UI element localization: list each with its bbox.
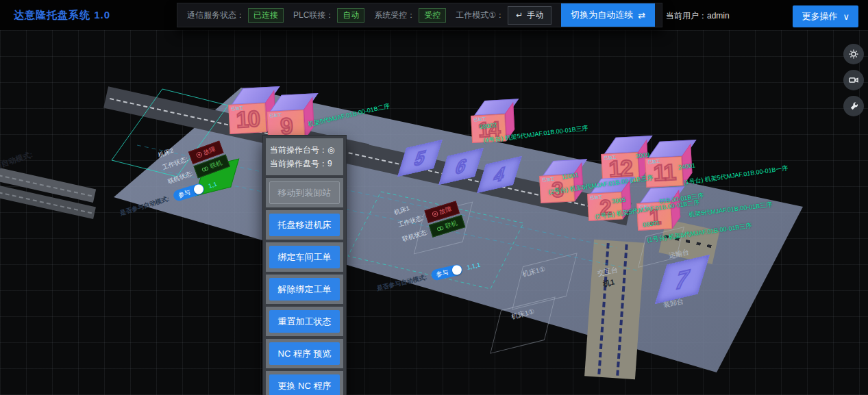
status-control: 系统受控： 受控 xyxy=(374,8,446,23)
gear-icon xyxy=(848,49,859,60)
tile-number: 4 xyxy=(491,162,508,187)
menu-button-2[interactable]: 绑定车间工单 xyxy=(269,246,340,268)
status-comm: 通信服务状态： 已连接 xyxy=(187,8,284,23)
camera-button[interactable] xyxy=(843,70,864,90)
status-plc-badge: 自动 xyxy=(337,8,364,23)
menu-button-list: 移动到装卸站托盘移进机床绑定车间工单解除绑定工单重置加工状态NC 程序 预览更换… xyxy=(266,178,343,395)
menu-button-card-5: NC 程序 预览 xyxy=(266,339,343,368)
scene-viewport[interactable]: 已加工10已加工9已加工14已加工3已加工12已加工11已加工2已加工15647… xyxy=(0,30,868,395)
menu-info-card: 当前操作台号：◎ 当前操作盘号：9 xyxy=(266,138,343,175)
menu-button-5[interactable]: NC 程序 预览 xyxy=(269,342,340,365)
pallet-label: 当前操作盘号： xyxy=(270,159,327,168)
work-mode: 工作模式①： ↵ 手动 xyxy=(456,6,551,25)
app-title: 达意隆托盘系统 1.0 xyxy=(14,9,110,22)
settings-button[interactable] xyxy=(843,44,864,64)
menu-button-0: 移动到装卸站 xyxy=(269,181,340,204)
menu-button-6[interactable]: 更换 NC 程序 xyxy=(269,374,340,395)
manual-mode-button[interactable]: ↵ 手动 xyxy=(508,6,551,25)
chevron-down-icon: ∨ xyxy=(843,12,850,22)
toggle-knob xyxy=(193,183,204,195)
pallet-status-text: 已加工 xyxy=(231,105,243,111)
wrench-icon xyxy=(849,101,859,112)
toggle-on-text: 参与 xyxy=(435,268,449,279)
swap-icon: ⇄ xyxy=(638,10,645,21)
pallet-status-text: 已加工 xyxy=(590,195,602,201)
toggle-suffix-value: 1,1,1 xyxy=(466,262,481,271)
enter-arrow-icon: ↵ xyxy=(516,10,523,20)
video-camera-icon xyxy=(848,75,859,86)
status-plc-label: PLC联接： xyxy=(293,10,334,21)
menu-button-card-0: 移动到装卸站 xyxy=(266,178,343,207)
station-info-row: 当前操作台号：◎ xyxy=(270,143,339,157)
pallet-info-row: 当前操作盘号：9 xyxy=(270,157,339,170)
current-user: 当前用户：admin xyxy=(666,10,730,22)
menu-button-card-3: 解除绑定工单 xyxy=(266,275,343,304)
pallet-status-text: 已加工 xyxy=(269,112,282,118)
pallet-status-text: 已加工 xyxy=(647,159,660,164)
fault-text: 故障 xyxy=(202,145,216,157)
pallet-cube-front: 已加工11 xyxy=(645,156,683,188)
status-control-label: 系统受控： xyxy=(374,10,415,21)
station-value: ◎ xyxy=(327,145,334,155)
status-comm-badge: 已连接 xyxy=(248,8,284,23)
fault-text: 故障 xyxy=(438,205,453,217)
menu-button-card-4: 重置加工状态 xyxy=(266,307,343,336)
online-text: 联机 xyxy=(209,159,223,171)
menu-button-card-2: 绑定车间工单 xyxy=(266,242,343,272)
toggle-suffix-value: 1,1 xyxy=(208,181,218,190)
toggle-knob xyxy=(451,264,463,276)
menu-button-card-6: 更换 NC 程序 xyxy=(266,371,343,395)
work-mode-label: 工作模式①： xyxy=(456,10,504,21)
more-actions-button[interactable]: 更多操作 ∨ xyxy=(793,5,858,27)
station-label: 当前操作台号： xyxy=(270,145,327,155)
pallet-status-text: 已加工 xyxy=(542,177,554,183)
more-actions-label: 更多操作 xyxy=(802,10,837,23)
menu-button-4[interactable]: 重置加工状态 xyxy=(269,310,340,333)
status-panel: 通信服务状态： 已连接 PLC联接： 自动 系统受控： 受控 工作模式①： ↵ … xyxy=(177,3,662,27)
pallet-cube-front: 已加工10 xyxy=(228,103,266,134)
top-bar: 达意隆托盘系统 1.0 通信服务状态： 已连接 PLC联接： 自动 系统受控： … xyxy=(0,0,868,30)
online-text: 联机 xyxy=(444,219,458,231)
wrench-button[interactable] xyxy=(843,96,864,116)
status-control-badge: 受控 xyxy=(419,8,446,23)
switch-auto-button[interactable]: 切换为自动连续 ⇄ xyxy=(561,3,655,27)
manual-mode-label: 手动 xyxy=(527,10,543,21)
side-toolbar xyxy=(843,44,864,116)
switch-auto-label: 切换为自动连续 xyxy=(571,9,633,21)
menu-button-3[interactable]: 解除绑定工单 xyxy=(269,278,340,301)
pallet-status-text: 已加工 xyxy=(473,117,486,123)
tile-number: 5 xyxy=(412,145,429,170)
pallet-status-text: 已加工 xyxy=(604,155,616,160)
status-comm-label: 通信服务状态： xyxy=(187,10,245,21)
tile-number: 7 xyxy=(671,263,693,295)
menu-button-1[interactable]: 托盘移进机床 xyxy=(269,214,340,236)
menu-button-card-1: 托盘移进机床 xyxy=(266,210,343,240)
status-plc: PLC联接： 自动 xyxy=(293,8,364,23)
pallet-value: 9 xyxy=(327,159,332,168)
pallet-context-menu: 当前操作台号：◎ 当前操作盘号：9 移动到装卸站托盘移进机床绑定车间工单解除绑定… xyxy=(262,135,347,395)
tile-number: 6 xyxy=(453,153,470,179)
